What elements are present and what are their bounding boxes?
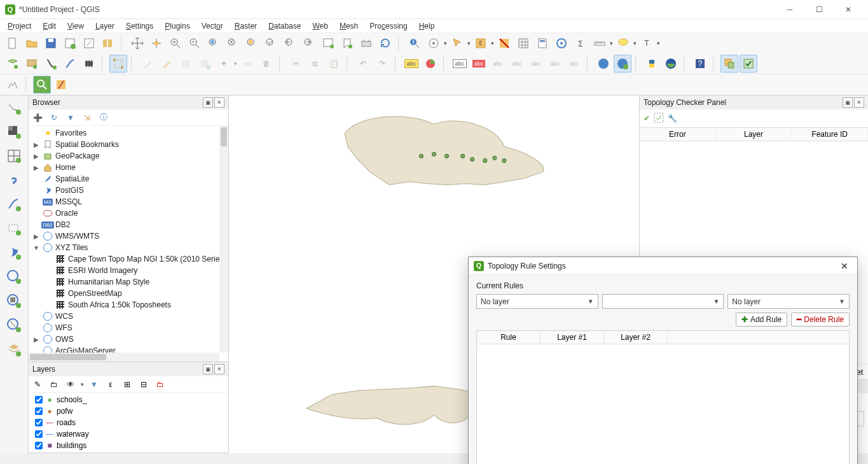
measure-icon[interactable]	[591, 34, 609, 52]
menu-layer[interactable]: Layer	[90, 20, 120, 32]
rule-combo[interactable]: ▼	[602, 294, 724, 309]
topology-close-button[interactable]: ✕	[854, 97, 864, 108]
browser-filter-icon[interactable]: ▼	[64, 111, 77, 124]
add-vector-layer-icon[interactable]	[4, 55, 22, 73]
text-annotation-icon[interactable]: T	[638, 34, 656, 52]
rules-col-rule[interactable]: Rule	[477, 331, 541, 344]
browser-item[interactable]: ▶GeoPackage	[29, 150, 228, 162]
menu-help[interactable]: Help	[414, 20, 440, 32]
add-polygon-icon[interactable]	[196, 55, 214, 73]
menu-settings[interactable]: Settings	[121, 20, 158, 32]
save-project-icon[interactable]	[42, 34, 60, 52]
window-close-button[interactable]: ✕	[834, 0, 863, 19]
save-edits-icon[interactable]	[158, 55, 176, 73]
browser-add-icon[interactable]: ➕	[31, 111, 44, 124]
layers-add-group-icon[interactable]: 🗀	[48, 378, 60, 391]
browser-item[interactable]: WCS	[29, 311, 228, 322]
configure-icon[interactable]: 🔧	[668, 114, 677, 123]
action-icon[interactable]	[425, 34, 443, 52]
python-console-icon[interactable]	[643, 55, 661, 73]
browser-item[interactable]: ★Favorites	[29, 127, 228, 139]
label-icon[interactable]: abc	[403, 55, 420, 73]
zoom-in-icon[interactable]	[167, 34, 184, 52]
browser-item[interactable]: ▼XYZ Tiles	[29, 242, 228, 253]
rules-col-layer2[interactable]: Layer #2	[604, 331, 668, 344]
menu-plugins[interactable]: Plugins	[160, 20, 195, 32]
help-icon[interactable]: ?	[691, 55, 709, 73]
layers-expression-icon[interactable]: ε	[104, 378, 117, 391]
layer-visibility-checkbox[interactable]	[35, 430, 43, 438]
layout-manager-icon[interactable]	[80, 34, 98, 52]
menu-view[interactable]: View	[62, 20, 89, 32]
add-mesh-gutter-icon[interactable]	[4, 146, 24, 165]
layer1-combo[interactable]: No layer▼	[476, 294, 598, 309]
layers-remove-icon[interactable]: 🗀	[154, 378, 167, 391]
add-rule-button[interactable]: ✚Add Rule	[736, 313, 787, 327]
browser-child-item[interactable]: ESRI World Imagery	[29, 265, 228, 276]
menu-edit[interactable]: Edit	[38, 20, 61, 32]
delete-selected-icon[interactable]: 🗑	[258, 55, 275, 73]
pan-icon[interactable]	[128, 34, 146, 52]
browser-scrollbar-v[interactable]	[219, 126, 228, 353]
layer-visibility-checkbox[interactable]	[35, 407, 43, 415]
window-maximize-button[interactable]: ☐	[804, 0, 834, 19]
redo-icon[interactable]: ↷	[373, 55, 391, 73]
layer2-combo[interactable]: No layer▼	[727, 294, 850, 309]
layer-item[interactable]: ■buildings	[31, 440, 226, 451]
undo-icon[interactable]: ↶	[354, 55, 372, 73]
browser-child-item[interactable]: Cape Town Topo Map NGI 1:50k (2010 Serie…	[29, 253, 228, 265]
validate-extent-icon[interactable]	[654, 113, 664, 125]
layers-visibility-icon[interactable]: 👁	[64, 378, 77, 391]
browser-collapse-icon[interactable]: ⇲	[81, 111, 93, 124]
topology-col-layer[interactable]: Layer	[716, 128, 792, 141]
browser-child-item[interactable]: OpenStreetMap	[29, 288, 228, 299]
dialog-close-button[interactable]: ✕	[837, 258, 852, 274]
add-raster-gutter-icon[interactable]	[4, 122, 24, 141]
browser-close-button[interactable]: ✕	[214, 97, 224, 108]
copy-icon[interactable]: ⧉	[306, 55, 324, 73]
layers-close-button[interactable]: ✕	[214, 364, 224, 374]
browser-item[interactable]: WFS	[29, 322, 228, 334]
topology-undock-button[interactable]: ▣	[843, 97, 853, 108]
browser-item[interactable]: ▶Spatial Bookmarks	[29, 139, 228, 150]
osm-download-icon[interactable]	[595, 55, 612, 73]
quick-osm-query-icon[interactable]	[52, 76, 70, 94]
zoom-out-icon[interactable]	[186, 34, 203, 52]
label-move-icon[interactable]: abc	[527, 55, 545, 73]
layers-filter-icon[interactable]: ▼	[88, 378, 100, 391]
zoom-full-icon[interactable]	[224, 34, 242, 52]
menu-vector[interactable]: Vector	[196, 20, 228, 32]
add-postgis-gutter-icon[interactable]	[4, 243, 24, 262]
new-vector-layer-icon[interactable]	[42, 55, 60, 73]
new-print-layout-icon[interactable]	[61, 34, 79, 52]
add-wcs-gutter-icon[interactable]	[4, 292, 24, 311]
zoom-native-icon[interactable]	[205, 34, 223, 52]
layer-visibility-checkbox[interactable]	[35, 419, 43, 426]
temporal-controller-icon[interactable]	[357, 34, 375, 52]
menu-processing[interactable]: Processing	[364, 20, 412, 32]
label-layer-icon[interactable]: abc	[451, 55, 469, 73]
geometry-checker-icon[interactable]	[740, 55, 757, 73]
browser-item[interactable]: Oracle	[29, 207, 228, 219]
edit-vector-icon[interactable]	[109, 55, 127, 73]
browser-refresh-icon[interactable]: ↻	[48, 111, 60, 124]
topology-col-feature[interactable]: Feature ID	[792, 128, 868, 141]
browser-item[interactable]: ▶OWS	[29, 334, 228, 345]
modify-attributes-icon[interactable]: ▭	[238, 55, 256, 73]
browser-item[interactable]: ▶WMS/WMTS	[29, 230, 228, 242]
browser-child-item[interactable]: South Africa 1:50k Toposheets	[29, 299, 228, 311]
map-tips-icon[interactable]	[614, 34, 632, 52]
zoom-next-icon[interactable]	[300, 34, 318, 52]
vertex-tool-icon[interactable]: ✦	[215, 55, 233, 73]
menu-database[interactable]: Database	[263, 20, 306, 32]
pan-to-selection-icon[interactable]	[148, 34, 165, 52]
select-by-value-icon[interactable]: ε	[472, 34, 490, 52]
profile-tool-icon[interactable]	[4, 76, 22, 94]
menu-project[interactable]: Project	[3, 20, 36, 32]
refresh-icon[interactable]	[376, 34, 394, 52]
layers-style-icon[interactable]: ✎	[31, 378, 44, 391]
add-delimited-gutter-icon[interactable]: ɂ	[4, 171, 24, 190]
browser-item[interactable]: DB2DB2	[29, 219, 228, 230]
topology-checker-icon[interactable]	[720, 55, 738, 73]
new-project-icon[interactable]	[4, 34, 22, 52]
